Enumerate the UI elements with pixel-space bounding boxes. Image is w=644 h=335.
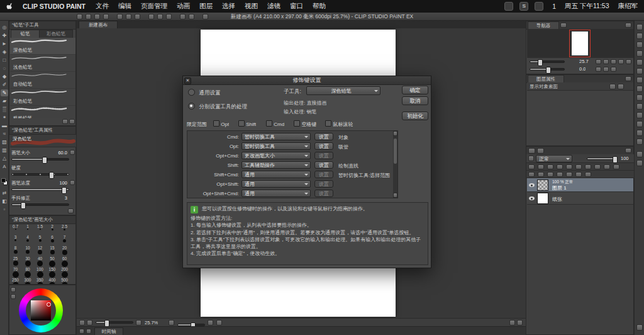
- panel-navigator-icon[interactable]: [636, 86, 643, 92]
- tool-eyedropper[interactable]: ◆: [1, 73, 8, 80]
- undo-icon[interactable]: [86, 14, 91, 20]
- tool-brush[interactable]: ▰: [1, 98, 8, 105]
- menu-window[interactable]: 窗口: [290, 2, 303, 11]
- layer-tool-icon[interactable]: [538, 164, 544, 169]
- layer-tool-icon[interactable]: [575, 164, 582, 169]
- tab-layer-search-icon[interactable]: [537, 148, 544, 154]
- layer-name[interactable]: 纸张: [552, 196, 562, 203]
- tab-pencil[interactable]: 铅笔: [11, 30, 40, 38]
- panel-color-history-icon[interactable]: [636, 50, 643, 57]
- cancel-button[interactable]: 取消: [402, 96, 428, 105]
- layer-thumbnail[interactable]: [537, 179, 548, 191]
- effect-border-icon[interactable]: [609, 84, 616, 89]
- navigator-subview-icon[interactable]: [560, 23, 567, 28]
- brush-size-cell[interactable]: 200: [59, 267, 70, 278]
- tool-layer-move[interactable]: ◈: [1, 48, 8, 55]
- scope-space[interactable]: 空格键: [294, 120, 316, 128]
- tool-move[interactable]: ✚: [1, 32, 8, 39]
- rotate-left-icon[interactable]: [596, 67, 601, 72]
- rotate-right-icon[interactable]: [208, 320, 213, 326]
- menu-edit[interactable]: 编辑: [118, 2, 131, 11]
- reset-view-icon[interactable]: [216, 320, 222, 326]
- color-cursor[interactable]: [47, 302, 51, 307]
- brush-size-cell[interactable]: 12: [35, 246, 45, 256]
- menu-select[interactable]: 选择: [222, 2, 235, 11]
- checkbox-wheel[interactable]: [325, 120, 331, 127]
- panel-menu-icon[interactable]: [625, 148, 631, 153]
- fit-screen-icon[interactable]: [166, 14, 172, 20]
- brush-size-cell[interactable]: 300: [23, 278, 33, 284]
- menubar-app-name[interactable]: CLIP STUDIO PAINT: [23, 3, 86, 10]
- tool-pencil[interactable]: ✎: [1, 89, 8, 96]
- apple-menu-icon[interactable]: [6, 3, 14, 10]
- layer-tool-icon[interactable]: [585, 164, 591, 169]
- menu-animation[interactable]: 动画: [177, 2, 190, 11]
- scope-wheel[interactable]: 鼠标滚轮: [325, 120, 353, 128]
- brush-size-cell[interactable]: 350: [35, 278, 45, 284]
- rotate-left-icon[interactable]: [169, 320, 174, 326]
- panel-material-icon[interactable]: [636, 77, 643, 83]
- unit-dropdown-icon[interactable]: [70, 150, 75, 155]
- menu-filter[interactable]: 滤镜: [267, 2, 280, 11]
- stabilization-slider[interactable]: [11, 203, 69, 206]
- blend-icon[interactable]: [528, 156, 534, 161]
- flip-horizontal-icon[interactable]: [509, 320, 515, 326]
- tool-operate[interactable]: ►: [1, 40, 8, 47]
- add-subtool-icon[interactable]: [62, 119, 68, 124]
- settings-icon[interactable]: [203, 14, 208, 20]
- brush-size-cell[interactable]: 60: [59, 256, 70, 267]
- delete-subtool-icon[interactable]: [69, 119, 75, 124]
- subtool-item-dark-pencil[interactable]: 深色铅笔: [10, 38, 75, 55]
- brush-size-cell[interactable]: 10: [23, 246, 33, 256]
- tool-text[interactable]: A: [1, 163, 8, 170]
- brush-size-cell[interactable]: 2.5: [59, 224, 70, 235]
- scroll-down-icon[interactable]: [393, 193, 397, 198]
- panel-color-slider-icon[interactable]: [636, 33, 643, 39]
- brush-size-slider[interactable]: [11, 158, 69, 161]
- tool-gradient[interactable]: ▥: [1, 147, 8, 154]
- action-dropdown[interactable]: 通用: [242, 190, 311, 197]
- menubar-user[interactable]: 康绍军: [618, 2, 638, 11]
- selection-border-icon[interactable]: [135, 14, 140, 20]
- zoom-out-icon[interactable]: [596, 59, 601, 64]
- checkbox-opt[interactable]: [213, 120, 219, 127]
- menu-page-manage[interactable]: 页面管理: [141, 2, 167, 11]
- brush-size-cell[interactable]: 20: [59, 246, 70, 256]
- layer-tool-icon[interactable]: [604, 164, 610, 169]
- tool-fill[interactable]: ▧: [1, 139, 8, 145]
- tab-layers-icon[interactable]: [528, 148, 535, 154]
- subtool-dropdown[interactable]: 深色铅笔: [306, 86, 380, 95]
- csp-logo-icon[interactable]: [77, 14, 82, 20]
- transparent-color-icon[interactable]: ▫: [1, 206, 8, 213]
- brush-size-cell[interactable]: 30: [23, 256, 33, 267]
- redo-icon[interactable]: [94, 14, 100, 20]
- scroll-up-icon[interactable]: [393, 131, 397, 136]
- tool-airbrush[interactable]: ▒: [1, 106, 8, 113]
- row-settings-button[interactable]: 设置: [314, 161, 333, 169]
- action-dropdown[interactable]: 暂时切换工具: [242, 142, 311, 150]
- tool-auto-select[interactable]: ◌: [1, 65, 8, 72]
- subtool-item-rough-pencil[interactable]: 粗糙铅笔: [10, 106, 75, 118]
- menubar-clock[interactable]: 周五 下午11:53: [565, 2, 609, 11]
- swap-colors-icon[interactable]: ⇄: [1, 190, 8, 196]
- layer-row-selected[interactable]: 100 % 正常 图层 1: [527, 178, 633, 192]
- brush-size-cell[interactable]: 1: [23, 224, 33, 235]
- panel-subtool-detail-icon[interactable]: [636, 59, 643, 65]
- tool-zoom[interactable]: ◎: [1, 24, 8, 31]
- panel-layer-search-icon[interactable]: [636, 121, 643, 127]
- scrollbar-thumb[interactable]: [394, 139, 397, 164]
- row-settings-button[interactable]: 设置: [314, 133, 333, 140]
- canvas-zoom-slider[interactable]: [96, 321, 133, 324]
- effect-tone-icon[interactable]: [618, 84, 624, 89]
- brush-size-cell[interactable]: 2: [47, 224, 58, 235]
- keyboard-status-icon[interactable]: [535, 2, 543, 11]
- merge-layer-icon[interactable]: [557, 172, 563, 177]
- fit-screen-icon[interactable]: [618, 59, 624, 64]
- panel-history-icon[interactable]: [636, 103, 643, 110]
- zoom-in-icon[interactable]: [136, 320, 142, 326]
- density-slider[interactable]: [11, 188, 69, 191]
- navigator-zoom-slider[interactable]: [530, 60, 565, 63]
- fit-icon[interactable]: [79, 320, 85, 326]
- panel-menu-icon[interactable]: [625, 76, 631, 81]
- default-colors-icon[interactable]: ◧: [1, 198, 8, 205]
